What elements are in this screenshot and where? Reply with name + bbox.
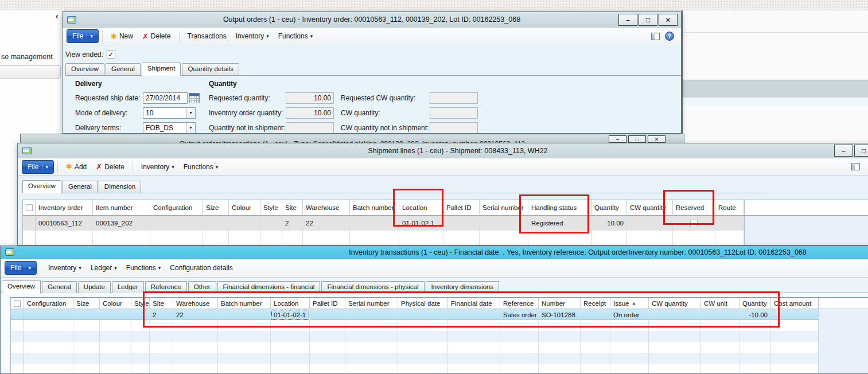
- cell-quantity[interactable]: [591, 231, 627, 246]
- tab-financial-dimensions-physical[interactable]: Financial dimensions - physical: [321, 281, 424, 293]
- cell-size[interactable]: [203, 231, 229, 246]
- column-header-location[interactable]: Location: [399, 200, 443, 216]
- cell-configuration[interactable]: [24, 353, 73, 364]
- cell-receipt[interactable]: [581, 364, 610, 374]
- tab-reference[interactable]: Reference: [145, 281, 187, 293]
- transactions-menu[interactable]: Transactions: [183, 29, 231, 43]
- cell-issue[interactable]: [610, 353, 649, 364]
- column-header-pallet-id[interactable]: Pallet ID: [310, 298, 345, 309]
- cell-issue[interactable]: [610, 364, 649, 374]
- row-select-cell[interactable]: [11, 309, 24, 320]
- cell-configuration[interactable]: [24, 364, 73, 374]
- calendar-icon[interactable]: [189, 93, 200, 103]
- cell-financial-date[interactable]: [448, 342, 500, 353]
- cell-cw-quantity[interactable]: [649, 309, 701, 320]
- inventory-transactions-titlebar[interactable]: Inventory transactions (1 - ceu) - Finan…: [1, 246, 868, 259]
- cell-style[interactable]: [131, 364, 150, 374]
- column-header-item-number[interactable]: Item number: [93, 200, 150, 216]
- tab-overview[interactable]: Overview: [65, 63, 104, 75]
- help-icon[interactable]: ?: [665, 32, 674, 41]
- tab-update[interactable]: Update: [78, 281, 111, 293]
- cell-batch-number[interactable]: [218, 353, 271, 364]
- column-header-warehouse[interactable]: Warehouse: [303, 200, 350, 216]
- column-header-quantity[interactable]: Quantity: [739, 298, 771, 309]
- cell-quantity[interactable]: 10.00: [591, 216, 627, 231]
- cell-serial-number[interactable]: [345, 331, 398, 342]
- cell-site[interactable]: 2: [150, 309, 173, 320]
- column-header-cw-quantity[interactable]: CW quantity: [649, 298, 701, 309]
- cell-issue[interactable]: [610, 342, 649, 353]
- cell-quantity[interactable]: [739, 364, 771, 374]
- empty-row[interactable]: [11, 342, 819, 353]
- cell-reference[interactable]: [500, 331, 539, 342]
- collapse-pane-icon[interactable]: ‹: [56, 11, 59, 21]
- cell-quantity[interactable]: [739, 342, 771, 353]
- cell-batch-number[interactable]: [218, 342, 271, 353]
- cell-configuration[interactable]: [150, 216, 203, 231]
- output-orders-titlebar[interactable]: Output orders (1 - ceu) - Inventory orde…: [63, 12, 681, 28]
- minimize-button[interactable]: –: [618, 14, 637, 26]
- tab-ledger[interactable]: Ledger: [112, 281, 144, 293]
- tab-overview[interactable]: Overview: [22, 180, 61, 193]
- column-header-serial-number[interactable]: Serial number: [480, 200, 528, 216]
- cell-colour[interactable]: [100, 309, 131, 320]
- close-button[interactable]: ✕: [648, 135, 665, 143]
- cell-reference[interactable]: [500, 364, 539, 374]
- cell-cw-unit[interactable]: [701, 331, 739, 342]
- functions-menu[interactable]: Functions ▾: [274, 29, 318, 43]
- cell-receipt[interactable]: [581, 309, 610, 320]
- obscured-window-titlebar[interactable]: Output orders/transactions (1 - ceu) - T…: [20, 134, 684, 143]
- cell-cw-quantity[interactable]: [649, 353, 701, 364]
- cell-cost-amount[interactable]: [771, 364, 819, 374]
- cell-size[interactable]: [73, 353, 100, 364]
- cell-style[interactable]: [131, 342, 150, 353]
- cell-colour[interactable]: [100, 364, 131, 374]
- select-all-checkbox[interactable]: [26, 204, 33, 211]
- column-header-financial-date[interactable]: Financial date: [448, 298, 500, 309]
- cell-serial-number[interactable]: [480, 216, 528, 231]
- cell-batch-number[interactable]: [218, 309, 271, 320]
- column-header-inventory-order[interactable]: Inventory order: [36, 200, 93, 216]
- cell-issue[interactable]: [610, 320, 649, 331]
- cell-batch-number[interactable]: [218, 364, 271, 374]
- cell-colour[interactable]: [100, 353, 131, 364]
- cell-financial-date[interactable]: [448, 320, 500, 331]
- cell-reference[interactable]: [500, 353, 539, 364]
- cell-cost-amount[interactable]: [771, 320, 819, 331]
- cell-batch-number[interactable]: [350, 231, 399, 246]
- column-header-site[interactable]: Site: [282, 200, 303, 216]
- cell-cw-quantity[interactable]: [649, 331, 701, 342]
- cell-warehouse[interactable]: [303, 231, 350, 246]
- cell-location[interactable]: [271, 353, 310, 364]
- column-header-quantity[interactable]: Quantity: [591, 200, 627, 216]
- cell-site[interactable]: [150, 342, 173, 353]
- cell-site[interactable]: [150, 353, 173, 364]
- cell-batch-number[interactable]: [350, 216, 399, 231]
- table-row[interactable]: 22201-01-02-1Sales orderSO-101288On orde…: [11, 309, 819, 320]
- cell-inventory-order[interactable]: [36, 231, 93, 246]
- inventory-menu[interactable]: Inventory ▾: [231, 29, 274, 43]
- cell-site[interactable]: [150, 331, 173, 342]
- select-all-checkbox[interactable]: [14, 300, 21, 307]
- empty-row[interactable]: [11, 353, 819, 364]
- column-header-physical-date[interactable]: Physical date: [398, 298, 448, 309]
- cell-cw-unit[interactable]: [701, 342, 739, 353]
- column-header-style[interactable]: Style: [260, 200, 282, 216]
- delete-button[interactable]: ✗ Delete: [138, 29, 176, 43]
- column-header-style[interactable]: Style: [131, 298, 150, 309]
- cell-style[interactable]: [131, 309, 150, 320]
- cell-site[interactable]: [282, 231, 303, 246]
- cell-item-number[interactable]: [93, 231, 150, 246]
- mode-of-delivery-select[interactable]: 10 ▾: [143, 107, 196, 119]
- cell-issue[interactable]: On order: [610, 309, 649, 320]
- cell-number[interactable]: [539, 320, 581, 331]
- cell-configuration[interactable]: [24, 342, 73, 353]
- column-header-site[interactable]: Site: [150, 298, 173, 309]
- cell-warehouse[interactable]: [173, 364, 218, 374]
- ledger-menu[interactable]: Ledger ▾: [86, 261, 122, 275]
- chevron-down-icon[interactable]: ▾: [186, 123, 195, 133]
- cell-site[interactable]: 2: [282, 216, 303, 231]
- cell-site[interactable]: [150, 364, 173, 374]
- cell-pallet-id[interactable]: [310, 309, 345, 320]
- cell-cw-unit[interactable]: [701, 364, 739, 374]
